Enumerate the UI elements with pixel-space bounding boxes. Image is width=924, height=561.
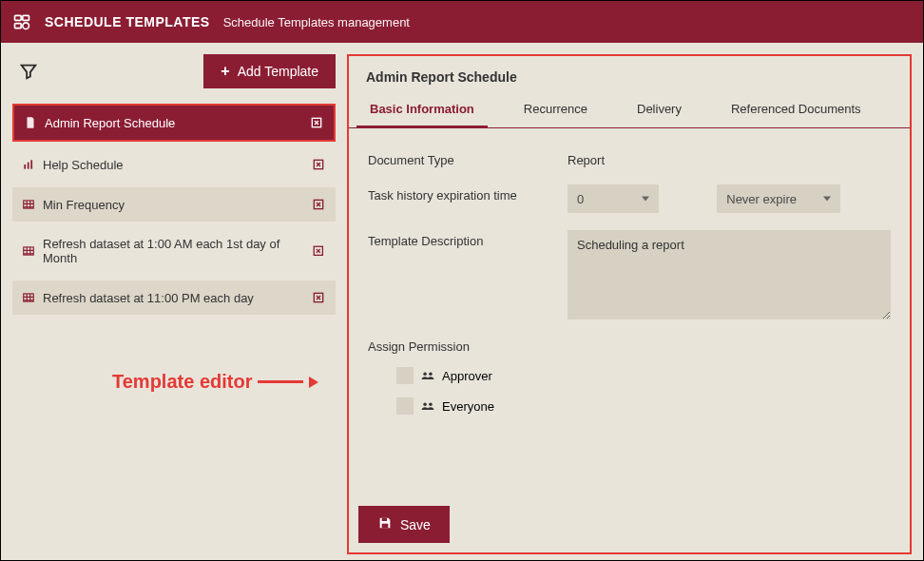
delete-icon[interactable]	[311, 243, 326, 259]
add-template-button[interactable]: + Add Template	[203, 54, 336, 88]
document-type-label: Document Type	[368, 149, 568, 167]
list-item[interactable]: Refresh dataset at 11:00 PM each day	[12, 280, 336, 315]
list-item-label: Refresh dataset at 11:00 PM each day	[43, 291, 254, 305]
template-list: Admin Report Schedule Help Schedule Mi	[12, 104, 336, 315]
list-item[interactable]: Refresh dataset at 1:00 AM each 1st day …	[12, 227, 336, 275]
assign-permission-label: Assign Permission	[368, 339, 891, 354]
svg-rect-1	[23, 15, 29, 20]
list-item-label: Min Frequency	[43, 198, 125, 212]
list-item-label: Admin Report Schedule	[45, 116, 175, 130]
everyone-label: Everyone	[442, 399, 494, 414]
save-label: Save	[400, 517, 431, 532]
people-icon	[421, 369, 434, 383]
grid-icon	[22, 291, 35, 304]
page-title: SCHEDULE TEMPLATES	[45, 14, 210, 29]
svg-rect-19	[382, 518, 387, 521]
document-icon	[24, 116, 37, 129]
svg-point-3	[23, 23, 29, 29]
svg-rect-5	[24, 164, 26, 169]
template-list-pane: + Add Template Admin Report Schedule Hel…	[12, 54, 336, 554]
svg-point-15	[423, 372, 427, 376]
add-template-label: Add Template	[238, 64, 318, 79]
description-label: Template Description	[368, 230, 568, 248]
filter-icon[interactable]	[18, 61, 39, 82]
list-item-label: Refresh dataset at 1:00 AM each 1st day …	[43, 237, 311, 265]
tab-recurrence[interactable]: Recurrence	[510, 92, 601, 127]
editor-title: Admin Report Schedule	[349, 56, 910, 92]
expiration-value-select[interactable]: 0	[568, 184, 659, 213]
delete-icon[interactable]	[311, 197, 326, 212]
list-item-label: Help Schedule	[43, 158, 124, 172]
everyone-checkbox[interactable]	[396, 397, 414, 415]
description-textarea[interactable]	[568, 230, 891, 319]
expiration-label: Task history expiration time	[368, 184, 568, 203]
svg-point-17	[423, 402, 427, 406]
delete-icon[interactable]	[311, 290, 326, 305]
schedule-templates-icon	[12, 12, 31, 31]
list-item[interactable]: Min Frequency	[12, 187, 336, 222]
editor-tabs: Basic Information Recurrence Delivery Re…	[349, 92, 910, 128]
template-editor-pane: Admin Report Schedule Basic Information …	[347, 54, 912, 554]
list-item[interactable]: Admin Report Schedule	[12, 104, 336, 142]
save-icon	[377, 515, 393, 533]
expiration-unit-select[interactable]: Never expire	[717, 184, 840, 213]
approver-checkbox[interactable]	[396, 367, 414, 384]
list-item[interactable]: Help Schedule	[12, 147, 336, 182]
svg-point-18	[429, 402, 433, 406]
svg-rect-20	[382, 524, 389, 529]
svg-rect-2	[15, 24, 22, 29]
svg-point-16	[429, 372, 433, 376]
save-button[interactable]: Save	[358, 506, 450, 543]
grid-icon	[22, 198, 35, 211]
people-icon	[421, 399, 434, 414]
svg-rect-6	[28, 163, 29, 169]
tab-referenced-documents[interactable]: Referenced Documents	[718, 92, 875, 127]
form-area: Document Type Report Task history expira…	[349, 128, 910, 506]
svg-rect-7	[30, 160, 32, 168]
delete-icon[interactable]	[309, 115, 324, 130]
delete-icon[interactable]	[311, 157, 326, 172]
plus-icon: +	[221, 64, 229, 79]
tab-basic-information[interactable]: Basic Information	[356, 92, 488, 128]
document-type-value: Report	[568, 149, 891, 167]
approver-label: Approver	[442, 369, 492, 383]
tab-delivery[interactable]: Delivery	[624, 92, 695, 127]
top-bar: SCHEDULE TEMPLATES Schedule Templates ma…	[1, 1, 923, 43]
svg-rect-0	[15, 15, 22, 20]
page-subtitle: Schedule Templates management	[223, 15, 410, 29]
chart-icon	[22, 158, 35, 171]
grid-icon	[22, 244, 35, 258]
